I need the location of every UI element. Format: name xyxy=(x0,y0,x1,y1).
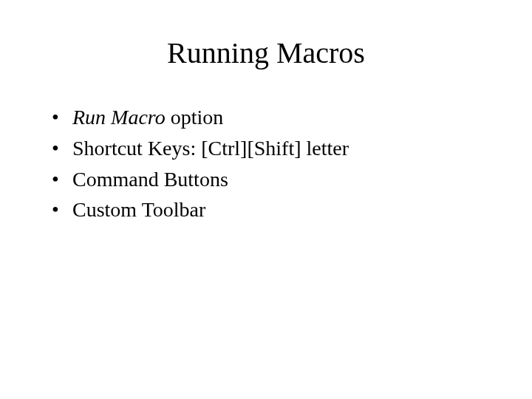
bullet-marker: • xyxy=(52,134,72,163)
list-item: • Command Buttons xyxy=(52,166,488,194)
bullet-marker: • xyxy=(52,196,72,224)
list-item: • Custom Toolbar xyxy=(52,196,488,224)
plain-phrase: option xyxy=(166,106,224,129)
bullet-marker: • xyxy=(52,103,72,132)
list-item: • Run Macro option xyxy=(52,103,488,132)
slide: Running Macros • Run Macro option • Shor… xyxy=(0,0,532,399)
list-item: • Shortcut Keys: [Ctrl][Shift] letter xyxy=(52,134,488,163)
bullet-text: Custom Toolbar xyxy=(72,196,488,224)
slide-body: • Run Macro option • Shortcut Keys: [Ctr… xyxy=(52,103,488,227)
bullet-text: Shortcut Keys: [Ctrl][Shift] letter xyxy=(72,134,488,163)
bullet-marker: • xyxy=(52,166,72,194)
bullet-text: Run Macro option xyxy=(72,103,488,132)
bullet-text: Command Buttons xyxy=(72,166,488,194)
italic-phrase: Run Macro xyxy=(72,106,166,129)
slide-title: Running Macros xyxy=(0,35,532,70)
